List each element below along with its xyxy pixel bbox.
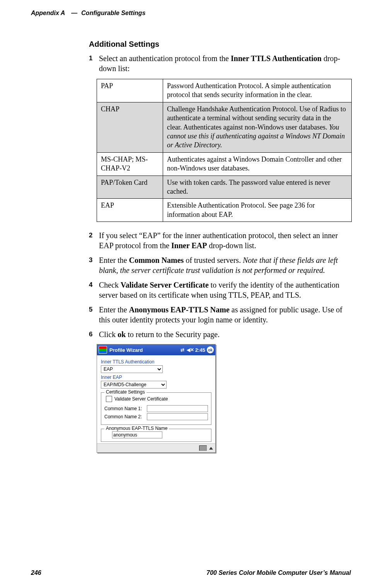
- steps-list: 1 Select an authentication protocol from…: [89, 53, 352, 73]
- pda-body: Inner TTLS Authentication EAP Inner EAP …: [97, 355, 215, 443]
- titlebar: Profile Wizard ⇄ ◀✕ 2:45 ok: [97, 344, 215, 355]
- step-6: 6 Click ok to return to the Security pag…: [89, 329, 352, 339]
- common-name-1-row: Common Name 1:: [104, 405, 208, 412]
- anonymous-name-row: [104, 431, 208, 438]
- inner-eap-select[interactable]: EAP/MD5-Challenge: [101, 381, 167, 389]
- step-3: 3 Enter the Common Names of trusted serv…: [89, 255, 352, 275]
- step-text-post: drop-down list.: [207, 241, 256, 250]
- header-section: Configurable Settings: [81, 10, 145, 17]
- table-row: EAP Extensible Authentication Protocol. …: [97, 199, 352, 222]
- step-number: 5: [89, 305, 92, 314]
- page-number: 246: [31, 569, 41, 576]
- table-cell-value: Password Authentication Protocol. A simp…: [163, 79, 352, 102]
- fieldset-legend: Certificate Settings: [104, 389, 146, 395]
- table-cell-key: MS-CHAP; MS-CHAP-V2: [97, 152, 163, 176]
- page: Appendix A — Configurable Settings Addit…: [0, 0, 378, 588]
- step-bold: ok: [117, 330, 126, 339]
- start-flag-icon[interactable]: [99, 346, 107, 354]
- step-bold: Inner TTLS Authentication: [231, 54, 322, 63]
- step-number: 1: [89, 54, 92, 63]
- validate-cert-row: Validate Server Certificate: [106, 396, 208, 402]
- steps-list-cont: 2 If you select “EAP” for the inner auth…: [89, 230, 352, 339]
- clock-text: 2:45: [195, 347, 205, 353]
- inner-ttls-auth-label: Inner TTLS Authentication: [101, 359, 211, 365]
- pda-window: Profile Wizard ⇄ ◀✕ 2:45 ok Inner TTLS A…: [97, 344, 216, 453]
- inner-ttls-auth-select[interactable]: EAP: [101, 365, 163, 373]
- step-2: 2 If you select “EAP” for the inner auth…: [89, 230, 352, 251]
- fieldset-legend: Anonymous EAP-TTLS Name: [104, 426, 169, 431]
- table-row: PAP Password Authentication Protocol. A …: [97, 79, 352, 102]
- step-bold: Common Names: [129, 256, 184, 264]
- common-name-2-label: Common Name 2:: [104, 414, 147, 419]
- window-title: Profile Wizard: [109, 347, 143, 353]
- pda-bottom-bar: [97, 443, 215, 452]
- step-bold: Anonymous EAP-TTLS Name: [129, 305, 230, 314]
- step-number: 3: [89, 256, 92, 264]
- header-dash: —: [71, 10, 77, 17]
- common-name-2-row: Common Name 2:: [104, 413, 208, 420]
- step-number: 2: [89, 231, 92, 240]
- table-row: PAP/Token Card Use with token cards. The…: [97, 176, 352, 199]
- content-column: Additional Settings 1 Select an authenti…: [89, 40, 352, 453]
- protocol-table: PAP Password Authentication Protocol. A …: [97, 79, 352, 222]
- page-footer: 246 700 Series Color Mobile Computer Use…: [31, 569, 351, 576]
- table-cell-key: PAP/Token Card: [97, 176, 163, 199]
- step-text: Select an authentication protocol from t…: [99, 54, 231, 63]
- section-heading: Additional Settings: [89, 40, 352, 49]
- step-4: 4 Check Validate Server Certificate to v…: [89, 280, 352, 300]
- step-number: 6: [89, 330, 92, 339]
- keyboard-icon[interactable]: [199, 445, 207, 451]
- common-name-1-input[interactable]: [147, 405, 208, 412]
- table-cell-value: Challenge Handshake Authentication Proto…: [163, 102, 352, 152]
- inner-eap-label: Inner EAP: [101, 375, 211, 380]
- table-row: MS-CHAP; MS-CHAP-V2 Authenticates agains…: [97, 152, 352, 176]
- step-bold: Validate Server Certificate: [121, 281, 209, 289]
- validate-cert-label: Validate Server Certificate: [114, 396, 168, 402]
- arrow-up-icon[interactable]: [209, 447, 213, 450]
- anonymous-name-input[interactable]: [112, 431, 162, 438]
- step-text: Click: [99, 330, 117, 339]
- validate-cert-checkbox[interactable]: [106, 396, 112, 402]
- table-cell-key: PAP: [97, 79, 163, 102]
- ok-button[interactable]: ok: [207, 346, 214, 353]
- table-cell-value: Authenticates against a Windows Domain C…: [163, 152, 352, 176]
- certificate-settings-fieldset: Certificate Settings Validate Server Cer…: [101, 392, 211, 425]
- running-header: Appendix A — Configurable Settings: [31, 10, 351, 17]
- common-name-2-input[interactable]: [147, 413, 208, 420]
- manual-title: 700 Series Color Mobile Computer User’s …: [206, 569, 351, 576]
- common-name-1-label: Common Name 1:: [104, 406, 147, 411]
- step-text: Enter the: [99, 305, 129, 314]
- table-row: CHAP Challenge Handshake Authentication …: [97, 102, 352, 152]
- volume-icon[interactable]: ◀✕: [187, 347, 194, 353]
- step-text: Check: [99, 281, 121, 289]
- table-cell-key: CHAP: [97, 102, 163, 152]
- step-1: 1 Select an authentication protocol from…: [89, 53, 352, 73]
- table-cell-value: Extensible Authentication Protocol. See …: [163, 199, 352, 222]
- header-appendix: Appendix A: [31, 10, 65, 17]
- screenshot-figure: Profile Wizard ⇄ ◀✕ 2:45 ok Inner TTLS A…: [97, 344, 352, 453]
- connectivity-icon[interactable]: ⇄: [180, 347, 184, 353]
- step-text-mid: of trusted servers.: [184, 256, 243, 264]
- step-text: Enter the: [99, 256, 129, 264]
- step-bold: Inner EAP: [171, 241, 207, 250]
- step-number: 4: [89, 281, 92, 289]
- anonymous-name-fieldset: Anonymous EAP-TTLS Name: [101, 429, 211, 442]
- table-cell-text: Challenge Handshake Authentication Proto…: [167, 105, 346, 131]
- table-cell-key: EAP: [97, 199, 163, 222]
- step-text-post: to return to the Security page.: [126, 330, 220, 339]
- table-cell-value: Use with token cards. The password value…: [163, 176, 352, 199]
- step-5: 5 Enter the Anonymous EAP-TTLS Name as a…: [89, 305, 352, 325]
